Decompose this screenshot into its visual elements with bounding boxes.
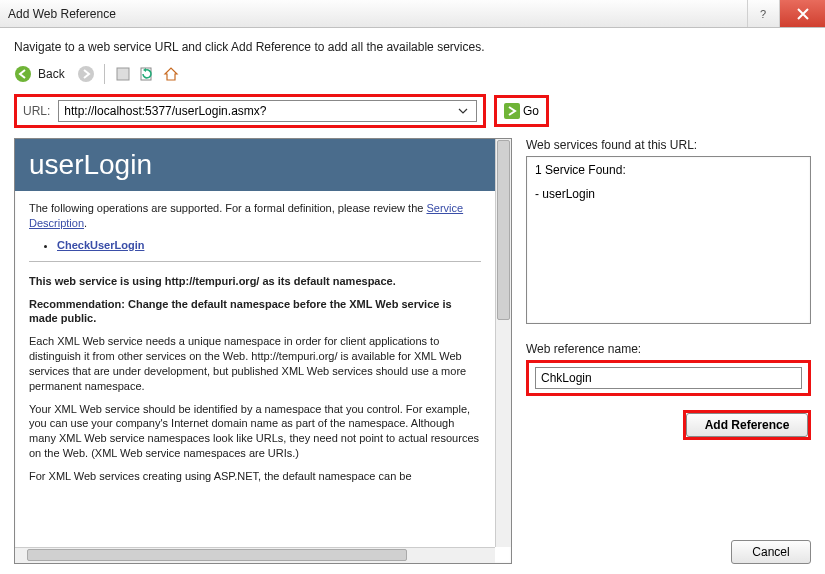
close-button[interactable] — [779, 0, 825, 27]
help-icon: ? — [758, 8, 770, 20]
window-button-group: ? — [747, 0, 825, 27]
preview-hero: userLogin — [15, 139, 495, 191]
forward-button[interactable] — [77, 65, 95, 83]
svg-rect-5 — [504, 103, 520, 119]
namespace-paragraph-1: Each XML Web service needs a unique name… — [29, 334, 481, 393]
forward-arrow-icon — [77, 65, 95, 83]
services-found-list[interactable]: 1 Service Found: - userLogin — [526, 156, 811, 324]
services-found-count: 1 Service Found: — [535, 163, 802, 177]
svg-rect-3 — [117, 68, 129, 80]
back-arrow-icon — [14, 65, 32, 83]
url-combobox[interactable] — [58, 100, 477, 122]
service-heading: userLogin — [29, 149, 481, 181]
go-label: Go — [523, 104, 539, 118]
url-row: URL: Go — [14, 94, 811, 128]
url-input[interactable] — [59, 104, 458, 118]
stop-button[interactable] — [114, 65, 132, 83]
titlebar: Add Web Reference ? — [0, 0, 825, 28]
go-section: Go — [494, 95, 549, 127]
back-button[interactable] — [14, 65, 32, 83]
preview-vertical-scrollbar[interactable] — [495, 139, 511, 547]
instruction-text: Navigate to a web service URL and click … — [14, 40, 811, 54]
recommendation-note: Recommendation: Change the default names… — [29, 297, 481, 327]
nav-toolbar: Back — [14, 64, 811, 84]
web-reference-name-section — [526, 360, 811, 396]
namespace-paragraph-3: For XML Web services creating using ASP.… — [29, 469, 481, 484]
home-button[interactable] — [162, 65, 180, 83]
scrollbar-thumb[interactable] — [497, 140, 510, 320]
svg-text:?: ? — [760, 8, 766, 20]
intro-paragraph: The following operations are supported. … — [29, 201, 481, 231]
operation-link[interactable]: CheckUserLogin — [57, 239, 144, 251]
chevron-down-icon — [458, 106, 468, 116]
close-icon — [797, 8, 809, 20]
web-reference-name-input[interactable] — [535, 367, 802, 389]
svg-point-2 — [78, 66, 94, 82]
divider — [29, 261, 481, 262]
url-dropdown-button[interactable] — [458, 106, 476, 116]
toolbar-separator — [104, 64, 105, 84]
namespace-note: This web service is using http://tempuri… — [29, 274, 481, 289]
add-reference-button[interactable]: Add Reference — [686, 413, 808, 437]
preview-horizontal-scrollbar[interactable] — [15, 547, 495, 563]
refresh-button[interactable] — [138, 65, 156, 83]
refresh-icon — [139, 66, 155, 82]
service-preview-pane: userLogin The following operations are s… — [14, 138, 512, 564]
cancel-button[interactable]: Cancel — [731, 540, 811, 564]
url-section: URL: — [14, 94, 486, 128]
help-button[interactable]: ? — [747, 0, 779, 27]
back-label: Back — [38, 67, 65, 81]
stop-icon — [115, 66, 131, 82]
add-reference-section: Add Reference — [683, 410, 811, 440]
services-found-label: Web services found at this URL: — [526, 138, 811, 152]
list-item: - userLogin — [535, 187, 802, 201]
namespace-paragraph-2: Your XML Web service should be identifie… — [29, 402, 481, 461]
svg-point-1 — [15, 66, 31, 82]
preview-viewport[interactable]: userLogin The following operations are s… — [15, 139, 495, 547]
web-reference-name-label: Web reference name: — [526, 342, 811, 356]
go-button[interactable]: Go — [501, 101, 542, 121]
scrollbar-thumb[interactable] — [27, 549, 407, 561]
go-arrow-icon — [504, 103, 520, 119]
window-title: Add Web Reference — [8, 7, 747, 21]
url-label: URL: — [23, 104, 50, 118]
home-icon — [163, 66, 179, 82]
